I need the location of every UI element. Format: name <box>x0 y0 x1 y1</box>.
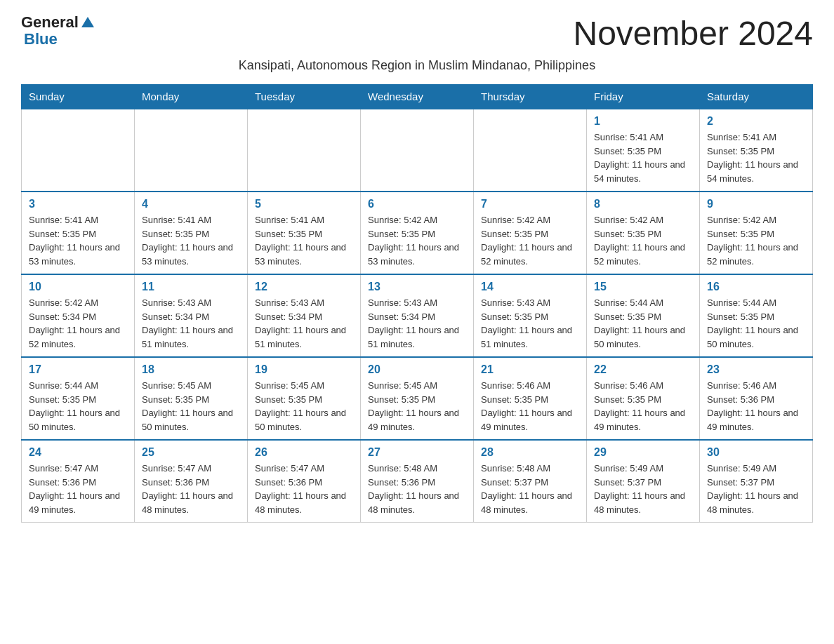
day-info: Sunrise: 5:43 AMSunset: 5:34 PMDaylight:… <box>368 296 466 351</box>
day-info: Sunrise: 5:49 AMSunset: 5:37 PMDaylight:… <box>707 462 805 516</box>
day-info: Sunrise: 5:43 AMSunset: 5:34 PMDaylight:… <box>142 296 240 351</box>
day-number: 25 <box>142 446 240 459</box>
subtitle: Kansipati, Autonomous Region in Muslim M… <box>21 58 813 73</box>
day-info: Sunrise: 5:41 AMSunset: 5:35 PMDaylight:… <box>707 130 805 185</box>
day-info: Sunrise: 5:45 AMSunset: 5:35 PMDaylight:… <box>255 379 353 434</box>
calendar-cell: 30Sunrise: 5:49 AMSunset: 5:37 PMDayligh… <box>700 440 813 523</box>
calendar-cell: 12Sunrise: 5:43 AMSunset: 5:34 PMDayligh… <box>248 274 361 357</box>
calendar-cell: 7Sunrise: 5:42 AMSunset: 5:35 PMDaylight… <box>474 192 587 274</box>
day-number: 30 <box>707 446 805 459</box>
calendar-cell: 25Sunrise: 5:47 AMSunset: 5:36 PMDayligh… <box>135 440 248 523</box>
calendar-week-5: 24Sunrise: 5:47 AMSunset: 5:36 PMDayligh… <box>22 440 813 523</box>
day-number: 5 <box>255 198 353 210</box>
calendar-week-4: 17Sunrise: 5:44 AMSunset: 5:35 PMDayligh… <box>22 357 813 440</box>
day-number: 12 <box>255 281 353 293</box>
day-info: Sunrise: 5:41 AMSunset: 5:35 PMDaylight:… <box>29 213 127 268</box>
day-info: Sunrise: 5:44 AMSunset: 5:35 PMDaylight:… <box>707 296 805 351</box>
page-title: November 2024 <box>573 14 813 53</box>
day-info: Sunrise: 5:43 AMSunset: 5:34 PMDaylight:… <box>255 296 353 351</box>
logo-text-blue: Blue <box>24 31 58 48</box>
logo: General Blue <box>21 14 94 48</box>
day-info: Sunrise: 5:41 AMSunset: 5:35 PMDaylight:… <box>255 213 353 268</box>
calendar-cell: 8Sunrise: 5:42 AMSunset: 5:35 PMDaylight… <box>587 192 700 274</box>
calendar-cell: 22Sunrise: 5:46 AMSunset: 5:35 PMDayligh… <box>587 357 700 440</box>
calendar-cell: 20Sunrise: 5:45 AMSunset: 5:35 PMDayligh… <box>361 357 474 440</box>
calendar-cell <box>474 109 587 192</box>
day-number: 11 <box>142 281 240 293</box>
calendar-header-wednesday: Wednesday <box>361 85 474 109</box>
calendar-cell: 23Sunrise: 5:46 AMSunset: 5:36 PMDayligh… <box>700 357 813 440</box>
day-info: Sunrise: 5:41 AMSunset: 5:35 PMDaylight:… <box>594 130 692 185</box>
calendar-cell <box>248 109 361 192</box>
calendar-table: SundayMondayTuesdayWednesdayThursdayFrid… <box>21 84 813 523</box>
header: General Blue November 2024 <box>21 14 813 53</box>
day-number: 21 <box>481 363 579 376</box>
day-number: 1 <box>594 115 692 128</box>
calendar-header-sunday: Sunday <box>22 85 135 109</box>
calendar-cell: 28Sunrise: 5:48 AMSunset: 5:37 PMDayligh… <box>474 440 587 523</box>
day-number: 4 <box>142 198 240 210</box>
day-info: Sunrise: 5:47 AMSunset: 5:36 PMDaylight:… <box>142 462 240 516</box>
calendar-cell: 3Sunrise: 5:41 AMSunset: 5:35 PMDaylight… <box>22 192 135 274</box>
day-info: Sunrise: 5:43 AMSunset: 5:35 PMDaylight:… <box>481 296 579 351</box>
calendar-cell: 4Sunrise: 5:41 AMSunset: 5:35 PMDaylight… <box>135 192 248 274</box>
day-number: 16 <box>707 281 805 293</box>
day-number: 3 <box>29 198 127 210</box>
day-number: 23 <box>707 363 805 376</box>
day-info: Sunrise: 5:48 AMSunset: 5:36 PMDaylight:… <box>368 462 466 516</box>
day-number: 17 <box>29 363 127 376</box>
day-number: 14 <box>481 281 579 293</box>
day-number: 28 <box>481 446 579 459</box>
calendar-cell: 10Sunrise: 5:42 AMSunset: 5:34 PMDayligh… <box>22 274 135 357</box>
calendar-cell: 15Sunrise: 5:44 AMSunset: 5:35 PMDayligh… <box>587 274 700 357</box>
day-info: Sunrise: 5:42 AMSunset: 5:35 PMDaylight:… <box>707 213 805 268</box>
calendar-cell: 1Sunrise: 5:41 AMSunset: 5:35 PMDaylight… <box>587 109 700 192</box>
calendar-cell: 14Sunrise: 5:43 AMSunset: 5:35 PMDayligh… <box>474 274 587 357</box>
calendar-cell: 6Sunrise: 5:42 AMSunset: 5:35 PMDaylight… <box>361 192 474 274</box>
day-number: 9 <box>707 198 805 210</box>
day-info: Sunrise: 5:42 AMSunset: 5:35 PMDaylight:… <box>481 213 579 268</box>
day-number: 29 <box>594 446 692 459</box>
calendar-cell: 17Sunrise: 5:44 AMSunset: 5:35 PMDayligh… <box>22 357 135 440</box>
day-info: Sunrise: 5:44 AMSunset: 5:35 PMDaylight:… <box>594 296 692 351</box>
day-number: 2 <box>707 115 805 128</box>
day-number: 13 <box>368 281 466 293</box>
calendar-header-tuesday: Tuesday <box>248 85 361 109</box>
day-info: Sunrise: 5:49 AMSunset: 5:37 PMDaylight:… <box>594 462 692 516</box>
calendar-cell: 16Sunrise: 5:44 AMSunset: 5:35 PMDayligh… <box>700 274 813 357</box>
day-number: 24 <box>29 446 127 459</box>
calendar-header-monday: Monday <box>135 85 248 109</box>
day-number: 26 <box>255 446 353 459</box>
calendar-header-friday: Friday <box>587 85 700 109</box>
day-info: Sunrise: 5:45 AMSunset: 5:35 PMDaylight:… <box>142 379 240 434</box>
day-number: 8 <box>594 198 692 210</box>
calendar-cell: 26Sunrise: 5:47 AMSunset: 5:36 PMDayligh… <box>248 440 361 523</box>
calendar-header-row: SundayMondayTuesdayWednesdayThursdayFrid… <box>22 85 813 109</box>
calendar-cell: 13Sunrise: 5:43 AMSunset: 5:34 PMDayligh… <box>361 274 474 357</box>
calendar-cell: 5Sunrise: 5:41 AMSunset: 5:35 PMDaylight… <box>248 192 361 274</box>
calendar-cell: 19Sunrise: 5:45 AMSunset: 5:35 PMDayligh… <box>248 357 361 440</box>
calendar-cell: 18Sunrise: 5:45 AMSunset: 5:35 PMDayligh… <box>135 357 248 440</box>
calendar-cell: 21Sunrise: 5:46 AMSunset: 5:35 PMDayligh… <box>474 357 587 440</box>
day-number: 7 <box>481 198 579 210</box>
day-info: Sunrise: 5:48 AMSunset: 5:37 PMDaylight:… <box>481 462 579 516</box>
day-info: Sunrise: 5:46 AMSunset: 5:36 PMDaylight:… <box>707 379 805 434</box>
day-info: Sunrise: 5:46 AMSunset: 5:35 PMDaylight:… <box>594 379 692 434</box>
day-number: 15 <box>594 281 692 293</box>
calendar-cell <box>135 109 248 192</box>
day-number: 18 <box>142 363 240 376</box>
calendar-header-saturday: Saturday <box>700 85 813 109</box>
day-info: Sunrise: 5:46 AMSunset: 5:35 PMDaylight:… <box>481 379 579 434</box>
day-info: Sunrise: 5:44 AMSunset: 5:35 PMDaylight:… <box>29 379 127 434</box>
calendar-cell <box>22 109 135 192</box>
calendar-cell <box>361 109 474 192</box>
calendar-cell: 11Sunrise: 5:43 AMSunset: 5:34 PMDayligh… <box>135 274 248 357</box>
day-number: 19 <box>255 363 353 376</box>
day-info: Sunrise: 5:42 AMSunset: 5:35 PMDaylight:… <box>368 213 466 268</box>
day-info: Sunrise: 5:47 AMSunset: 5:36 PMDaylight:… <box>29 462 127 516</box>
calendar-cell: 2Sunrise: 5:41 AMSunset: 5:35 PMDaylight… <box>700 109 813 192</box>
calendar-cell: 24Sunrise: 5:47 AMSunset: 5:36 PMDayligh… <box>22 440 135 523</box>
day-info: Sunrise: 5:41 AMSunset: 5:35 PMDaylight:… <box>142 213 240 268</box>
day-info: Sunrise: 5:45 AMSunset: 5:35 PMDaylight:… <box>368 379 466 434</box>
day-number: 6 <box>368 198 466 210</box>
